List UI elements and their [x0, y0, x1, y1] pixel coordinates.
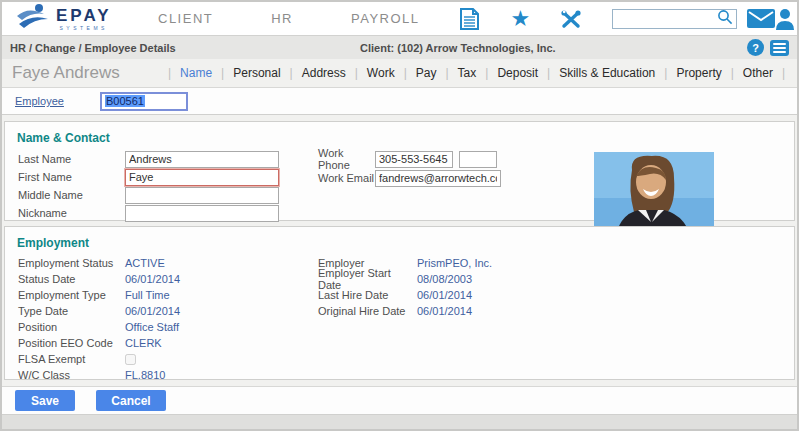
work-phone-ext-input[interactable]	[459, 151, 497, 168]
menu-item-payroll[interactable]: PAYROLL	[351, 3, 420, 34]
top-navigation-bar: EPAY SYSTEMS CLIENT HR PAYROLL ★	[2, 2, 797, 35]
flsa-exempt-label: FLSA Exempt	[5, 353, 125, 365]
name-contact-title: Name & Contact	[5, 122, 794, 150]
type-date-value: 06/01/2014	[125, 305, 180, 317]
position-eeo-label: Position EEO Code	[5, 337, 125, 349]
main-menu: CLIENT HR PAYROLL	[158, 3, 420, 34]
employee-link[interactable]: Employee	[15, 95, 100, 107]
client-label: Client: (102) Arrow Technologies, Inc.	[360, 42, 556, 54]
employment-status-row: Employment Status ACTIVE	[5, 255, 180, 271]
logo-subtext: SYSTEMS	[56, 26, 111, 31]
tab-bar: | Name | Personal | Address | Work | Pay…	[168, 66, 785, 80]
employment-type-value: Full Time	[125, 289, 170, 301]
last-hire-date-row: Last Hire Date 06/01/2014	[305, 287, 492, 303]
middle-name-row: Middle Name	[5, 186, 279, 204]
menu-item-client[interactable]: CLIENT	[158, 3, 213, 34]
employment-type-row: Employment Type Full Time	[5, 287, 180, 303]
app-window: EPAY SYSTEMS CLIENT HR PAYROLL ★	[0, 0, 799, 431]
work-phone-label: Work Phone	[305, 147, 375, 171]
work-email-row: Work Email	[305, 169, 501, 187]
tab-tax[interactable]: Tax	[449, 66, 486, 80]
employment-type-label: Employment Type	[5, 289, 125, 301]
tools-icon[interactable]	[560, 9, 582, 29]
employer-start-date-row: Employer Start Date 08/08/2003	[305, 271, 492, 287]
epay-swoosh-icon	[14, 2, 54, 36]
flsa-exempt-row: FLSA Exempt	[5, 351, 180, 367]
employment-status-value: ACTIVE	[125, 257, 165, 269]
search-input[interactable]	[617, 13, 717, 25]
last-name-row: Last Name	[5, 150, 279, 168]
wc-class-label: W/C Class	[5, 369, 125, 381]
original-hire-date-value: 06/01/2014	[417, 305, 472, 317]
breadcrumb-bar: HR / Change / Employee Details Client: (…	[2, 35, 797, 59]
wc-class-value: FL.8810	[125, 369, 165, 381]
type-date-label: Type Date	[5, 305, 125, 317]
employer-value: PrismPEO, Inc.	[417, 257, 492, 269]
employee-id-input[interactable]: B00561	[100, 92, 188, 111]
position-row: Position Office Staff	[5, 319, 180, 335]
tab-property[interactable]: Property	[667, 66, 730, 80]
middle-name-input[interactable]	[125, 187, 279, 204]
first-name-row: First Name	[5, 168, 279, 186]
last-name-label: Last Name	[5, 153, 125, 165]
user-icon[interactable]	[775, 8, 795, 30]
work-email-input[interactable]	[375, 170, 501, 187]
employer-start-date-label: Employer Start Date	[305, 267, 417, 291]
global-search-box	[612, 9, 737, 29]
last-hire-date-label: Last Hire Date	[305, 289, 417, 301]
last-hire-date-value: 06/01/2014	[417, 289, 472, 301]
type-date-row: Type Date 06/01/2014	[5, 303, 180, 319]
first-name-label: First Name	[5, 171, 125, 183]
title-row: Faye Andrews | Name | Personal | Address…	[2, 59, 797, 87]
nickname-input[interactable]	[125, 205, 279, 222]
menu-list-icon[interactable]	[770, 40, 789, 56]
last-name-input[interactable]	[125, 151, 279, 168]
epay-logo[interactable]: EPAY SYSTEMS	[14, 2, 132, 36]
wc-class-row: W/C Class FL.8810	[5, 367, 180, 383]
tab-personal[interactable]: Personal	[224, 66, 289, 80]
nickname-row: Nickname	[5, 204, 279, 222]
help-icon[interactable]: ?	[747, 39, 764, 56]
tab-skills-education[interactable]: Skills & Education	[550, 66, 664, 80]
work-phone-row: Work Phone	[305, 150, 501, 168]
employment-title: Employment	[5, 227, 794, 255]
menu-item-hr[interactable]: HR	[271, 3, 293, 34]
employee-lookup-strip: Employee B00561	[2, 87, 797, 115]
status-date-row: Status Date 06/01/2014	[5, 271, 180, 287]
position-label: Position	[5, 321, 125, 333]
work-phone-input[interactable]	[375, 151, 453, 168]
status-date-value: 06/01/2014	[125, 273, 180, 285]
name-contact-panel: Name & Contact Last Name First Name Midd…	[4, 121, 795, 221]
original-hire-date-row: Original Hire Date 06/01/2014	[305, 303, 492, 319]
work-email-label: Work Email	[305, 172, 375, 184]
employee-id-value: B00561	[105, 95, 145, 107]
tab-name[interactable]: Name	[171, 66, 221, 80]
save-button[interactable]: Save	[15, 390, 75, 411]
first-name-input[interactable]	[125, 169, 279, 186]
status-date-label: Status Date	[5, 273, 125, 285]
document-icon[interactable]	[460, 8, 479, 30]
star-icon[interactable]: ★	[511, 8, 531, 30]
search-icon[interactable]	[717, 9, 733, 29]
middle-name-label: Middle Name	[5, 189, 125, 201]
employer-start-date-value: 08/08/2003	[417, 273, 472, 285]
original-hire-date-label: Original Hire Date	[305, 305, 417, 317]
tab-address[interactable]: Address	[293, 66, 355, 80]
tab-deposit[interactable]: Deposit	[488, 66, 547, 80]
footer-strip	[2, 415, 797, 431]
employment-status-label: Employment Status	[5, 257, 125, 269]
breadcrumb: HR / Change / Employee Details	[10, 42, 176, 54]
employment-panel: Employment Employment Status ACTIVE Stat…	[4, 226, 795, 380]
position-eeo-row: Position EEO Code CLERK	[5, 335, 180, 351]
flsa-exempt-checkbox[interactable]	[125, 354, 136, 365]
position-value: Office Staff	[125, 321, 179, 333]
page-title: Faye Andrews	[12, 63, 120, 83]
nickname-label: Nickname	[5, 207, 125, 219]
cancel-button[interactable]: Cancel	[96, 390, 166, 411]
tab-other[interactable]: Other	[734, 66, 782, 80]
mail-icon[interactable]	[747, 9, 775, 28]
position-eeo-value: CLERK	[125, 337, 162, 349]
logo-text: EPAY	[56, 7, 111, 24]
tab-pay[interactable]: Pay	[407, 66, 446, 80]
tab-work[interactable]: Work	[358, 66, 404, 80]
